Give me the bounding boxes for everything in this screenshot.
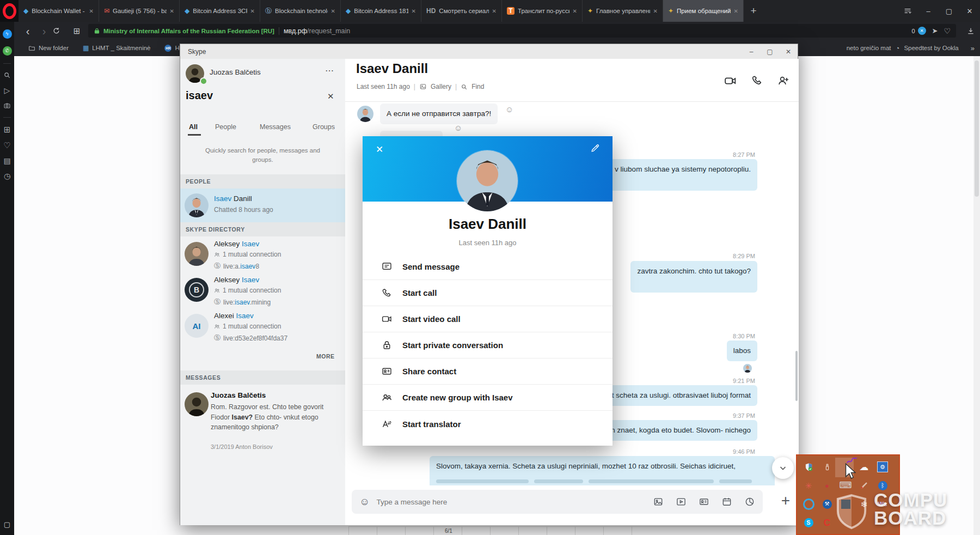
window-minimize-button[interactable]: –: [918, 0, 939, 22]
photo-app-icon[interactable]: [837, 496, 854, 512]
downloads-button[interactable]: [961, 27, 980, 35]
speed-dial-icon[interactable]: ⊞: [4, 125, 11, 133]
close-tab-icon[interactable]: ✕: [89, 8, 94, 14]
chat-scrollbar[interactable]: [795, 351, 798, 401]
directory-row[interactable]: B Aleksey Isaev 1 mutual connection Ⓢ li…: [180, 272, 345, 308]
window-close-button[interactable]: ✕: [959, 0, 980, 22]
preview-text[interactable]: Rom. Razgovor est. Chto tebe govorit Fio…: [211, 402, 336, 433]
emoji-reaction-icon[interactable]: ☺: [454, 123, 462, 132]
bookmark-new-folder[interactable]: New folder: [28, 45, 69, 52]
snapshot-camera-icon[interactable]: [3, 102, 11, 110]
action-create-group[interactable]: Create new group with Isaev: [363, 385, 612, 411]
tab-gmail-gautieji[interactable]: ✉ Gautieji (5 756) - balceti ✕: [99, 0, 180, 22]
share-icon[interactable]: ➤: [932, 27, 938, 34]
window-maximize-button[interactable]: ▢: [939, 0, 959, 22]
more-options-icon[interactable]: ⋯: [325, 65, 334, 76]
bookmark-lhmt[interactable]: ▦ LHMT _ Skaitmeninė: [83, 44, 151, 52]
more-link[interactable]: MORE: [316, 353, 335, 360]
tab-all[interactable]: All: [189, 123, 198, 131]
tab-menu-button[interactable]: [897, 0, 918, 22]
speed-dial-button[interactable]: ⊞: [69, 27, 85, 35]
search-icon[interactable]: [3, 71, 11, 79]
action-start-translator[interactable]: Start translator: [363, 411, 612, 437]
scroll-to-bottom-button[interactable]: [772, 457, 794, 479]
history-clock-icon[interactable]: ◷: [4, 172, 10, 180]
my-flow-icon[interactable]: ▷: [4, 87, 10, 94]
action-send-message[interactable]: Send message: [363, 254, 612, 280]
tab-blockchain-technologija[interactable]: ⓑ Blockchain technologija ✕: [260, 0, 341, 22]
contact-avatar[interactable]: [457, 150, 518, 211]
tab-bitcoin-address-1[interactable]: ◆ Bitcoin Address 3CFMbf ✕: [180, 0, 260, 22]
add-person-button[interactable]: [777, 74, 790, 87]
incoming-message[interactable]: А если не отправится завтра?!: [380, 104, 498, 124]
security-badge[interactable]: Ministry of Internal Affairs of the Russ…: [103, 28, 274, 34]
red-status-icon[interactable]: ●: [819, 477, 835, 494]
messenger-icon[interactable]: ϟ: [3, 29, 12, 39]
action-start-call[interactable]: Start call: [363, 280, 612, 306]
opera-logo[interactable]: [0, 0, 19, 22]
tab-blockchain-wallet[interactable]: ◆ Blockchain Wallet - Exch ✕: [19, 0, 99, 22]
action-start-private-conversation[interactable]: Start private conversation: [363, 332, 612, 358]
bookmarks-overflow-chevron[interactable]: »: [971, 44, 975, 52]
tool-circle-icon[interactable]: ⚒: [819, 496, 835, 512]
skype-minimize-button[interactable]: –: [742, 44, 761, 59]
action-share-contact[interactable]: Share contact: [363, 358, 612, 385]
close-tab-icon[interactable]: ✕: [573, 8, 577, 14]
page-scrollbar[interactable]: [973, 56, 980, 535]
outgoing-message[interactable]: t scheta za uslugi. otbrasivaet liuboj f…: [605, 385, 757, 406]
tab-messages[interactable]: Messages: [260, 123, 291, 131]
url-field[interactable]: Ministry of Internal Affairs of the Russ…: [88, 24, 956, 38]
directory-row[interactable]: Aleksey Isaev 1 mutual connection Ⓢ live…: [180, 236, 345, 272]
tab-translit[interactable]: Т Транслит по-русски ✕: [502, 0, 583, 22]
bookmark-heart-icon[interactable]: ♡: [944, 27, 951, 35]
video-message-icon[interactable]: [676, 496, 687, 507]
tab-priem-obrashchenij-active[interactable]: ✦ Прием обращений ✕: [663, 0, 744, 22]
edit-profile-pencil-icon[interactable]: [590, 143, 601, 154]
bluetooth-icon[interactable]: ᛒ: [874, 477, 891, 494]
snowflake-icon[interactable]: ❄: [856, 496, 872, 512]
page-scrollbar-thumb[interactable]: [975, 60, 979, 197]
outgoing-message[interactable]: zavtra zakonchim. chto tut takogo?: [630, 261, 757, 293]
close-tab-icon[interactable]: ✕: [170, 8, 174, 14]
emoji-picker-icon[interactable]: ☺: [359, 496, 370, 508]
adblock-shield-icon[interactable]: ✕: [918, 27, 926, 35]
clear-search-icon[interactable]: ✕: [327, 92, 334, 101]
close-tab-icon[interactable]: ✕: [250, 8, 255, 14]
tab-groups[interactable]: Groups: [313, 123, 335, 131]
windows-defender-icon[interactable]: [800, 459, 817, 475]
close-tab-icon[interactable]: ✕: [412, 8, 416, 14]
tab-serial[interactable]: HD Смотреть сериал Гадал ✕: [421, 0, 502, 22]
sidebar-settings-icon[interactable]: ▢: [4, 520, 10, 528]
outgoing-message[interactable]: v liubom sluchae ya sistemy nepotoropliu…: [608, 159, 757, 191]
reload-button[interactable]: [52, 27, 69, 35]
opera-tray-icon[interactable]: C: [819, 514, 835, 531]
whatsapp-icon[interactable]: ✆: [3, 46, 12, 56]
tab-people[interactable]: People: [215, 123, 236, 131]
system-tool-icon[interactable]: ⚙: [874, 459, 891, 475]
search-input[interactable]: isaev: [186, 89, 213, 102]
skype-close-button[interactable]: ✕: [779, 44, 798, 59]
paintbrush-icon[interactable]: [856, 477, 872, 494]
tab-bitcoin-address-2[interactable]: ◆ Bitcoin Address 181Jpaa ✕: [341, 0, 421, 22]
input-devices-icon[interactable]: ⌨: [837, 477, 854, 494]
modal-close-icon[interactable]: ✕: [376, 144, 383, 155]
skype-titlebar[interactable]: Skype – ▢ ✕: [180, 44, 798, 59]
voice-call-button[interactable]: [751, 74, 763, 87]
bookmark-speedtest[interactable]: Speedtest by Ookla: [904, 45, 958, 51]
preview-name[interactable]: Juozas Balčetis: [211, 391, 266, 399]
poll-icon[interactable]: [744, 496, 755, 507]
forward-button[interactable]: ›: [36, 26, 52, 37]
new-tab-button[interactable]: +: [744, 0, 763, 22]
news-icon[interactable]: ▤: [3, 157, 10, 165]
emoji-reaction-icon[interactable]: ☺: [505, 105, 513, 114]
add-to-message-button[interactable]: +: [781, 492, 790, 509]
ws-app-icon[interactable]: Ws: [874, 496, 891, 512]
bookmarks-heart-icon[interactable]: ♡: [3, 141, 10, 149]
contact-card-icon[interactable]: [699, 496, 709, 507]
outgoing-message[interactable]: Slovom, takaya xernia. Scheta za uslugi …: [430, 456, 775, 489]
outgoing-message[interactable]: n znaet, kogda eto budet. Slovom- nicheg…: [604, 420, 757, 441]
tab-glavnoe-upravlenie[interactable]: ✦ Главное управление эк ✕: [583, 0, 663, 22]
close-tab-icon[interactable]: ✕: [492, 8, 497, 14]
ring-app-icon[interactable]: [800, 496, 817, 512]
message-input[interactable]: [375, 497, 641, 507]
